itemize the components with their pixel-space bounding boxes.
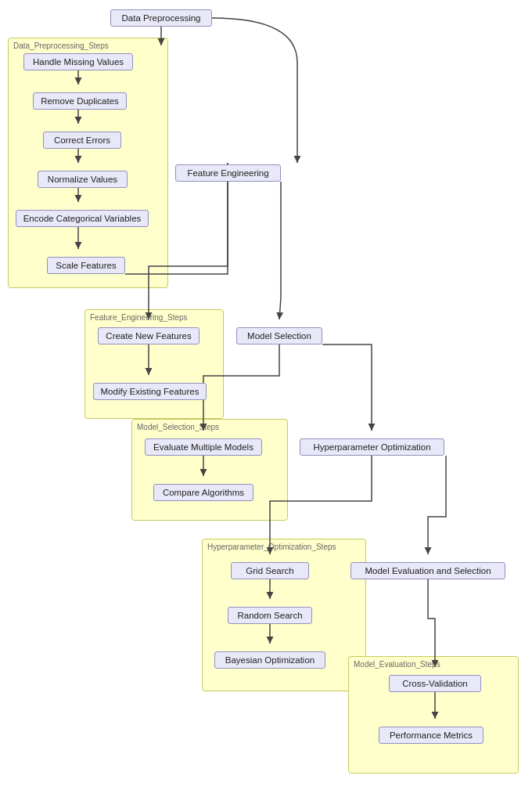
remove-duplicates-node: Remove Duplicates: [33, 92, 127, 110]
cross-validation-node: Cross-Validation: [389, 675, 481, 692]
handle-missing-node: Handle Missing Values: [23, 53, 133, 70]
hyperparameter-group-label: Hyperparameter_Optimization_Steps: [207, 543, 336, 551]
evaluate-models-node: Evaluate Multiple Models: [145, 438, 262, 456]
data-preprocessing-node: Data Preprocessing: [110, 9, 212, 27]
preprocessing-group: Data_Preprocessing_Steps: [8, 38, 168, 288]
model-selection-group: Model_Selection_Steps: [131, 419, 288, 521]
normalize-values-node: Normalize Values: [38, 171, 128, 188]
grid-search-node: Grid Search: [231, 562, 309, 579]
scale-features-node: Scale Features: [47, 257, 125, 274]
model-selection-group-label: Model_Selection_Steps: [137, 423, 219, 431]
model-eval-group: Model_Evaluation_Steps: [348, 656, 519, 774]
feature-eng-group-label: Feature_Engineering_Steps: [90, 313, 188, 322]
feature-eng-group: Feature_Engineering_Steps: [84, 309, 224, 419]
model-eval-group-label: Model_Evaluation_Steps: [354, 660, 440, 669]
modify-existing-node: Modify Existing Features: [93, 383, 207, 400]
preprocessing-group-label: Data_Preprocessing_Steps: [13, 41, 109, 50]
bayesian-opt-node: Bayesian Optimization: [214, 651, 325, 669]
random-search-node: Random Search: [228, 607, 312, 624]
model-eval-selection-node: Model Evaluation and Selection: [350, 562, 505, 579]
correct-errors-node: Correct Errors: [43, 132, 121, 149]
performance-metrics-node: Performance Metrics: [379, 727, 483, 744]
compare-algorithms-node: Compare Algorithms: [153, 484, 253, 501]
model-selection-node: Model Selection: [236, 327, 322, 344]
feature-engineering-node: Feature Engineering: [175, 164, 281, 182]
create-new-features-node: Create New Features: [98, 327, 200, 344]
diagram-container: Data_Preprocessing_Steps Feature_Enginee…: [0, 0, 532, 808]
hyperparameter-opt-node: Hyperparameter Optimization: [300, 438, 444, 456]
encode-categorical-node: Encode Categorical Variables: [16, 210, 149, 227]
